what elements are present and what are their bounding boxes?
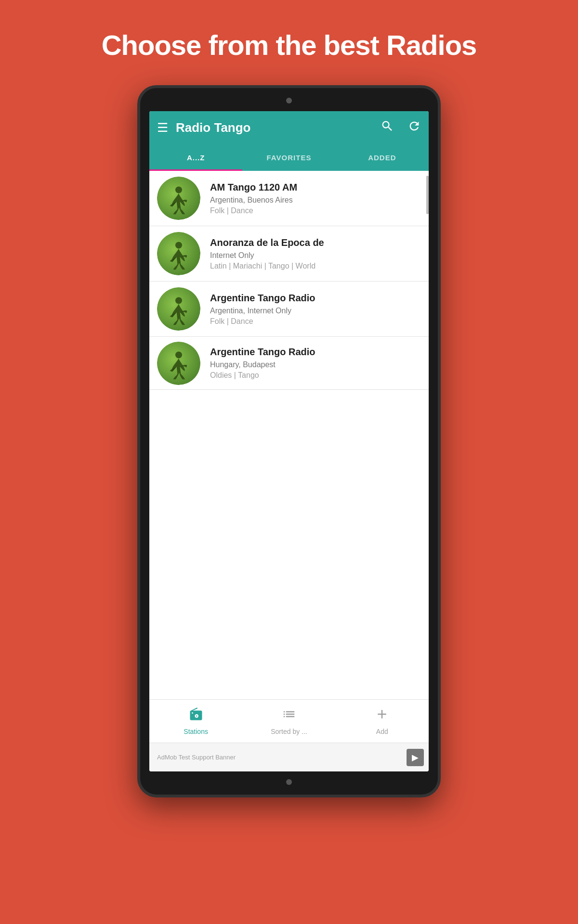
tab-added[interactable]: ADDED	[336, 144, 429, 171]
nav-item-add[interactable]: Add	[336, 707, 429, 735]
refresh-icon[interactable]	[407, 119, 421, 136]
avatar	[157, 177, 200, 220]
search-icon[interactable]	[381, 119, 394, 136]
nav-label-add: Add	[376, 728, 388, 735]
app-screen: ☰ Radio Tango A...Z FAVORITES ADD	[149, 111, 429, 771]
station-location: Hungary, Budapest	[210, 360, 421, 369]
list-item[interactable]: Argentine Tango Radio Argentina, Interne…	[149, 282, 429, 337]
station-name: Argentine Tango Radio	[210, 293, 421, 304]
tab-az[interactable]: A...Z	[149, 144, 242, 171]
station-location: Argentina, Internet Only	[210, 307, 421, 315]
add-icon	[375, 707, 389, 725]
station-genre: Folk | Dance	[210, 206, 421, 215]
nav-label-stations: Stations	[184, 728, 208, 735]
tabs-bar: A...Z FAVORITES ADDED	[149, 144, 429, 171]
page-title: Choose from the best Radios	[102, 29, 477, 61]
tab-favorites[interactable]: FAVORITES	[242, 144, 335, 171]
nav-item-sorted[interactable]: Sorted by ...	[242, 707, 335, 735]
station-genre: Folk | Dance	[210, 317, 421, 326]
tablet-frame: ☰ Radio Tango A...Z FAVORITES ADD	[137, 85, 441, 797]
list-item[interactable]: Anoranza de la Epoca de Internet Only La…	[149, 226, 429, 282]
station-info: Argentine Tango Radio Argentina, Interne…	[210, 293, 421, 326]
ad-text: AdMob Test Support Banner	[157, 754, 236, 761]
list-item[interactable]: AM Tango 1120 AM Argentina, Buenos Aires…	[149, 171, 429, 226]
ad-close-button[interactable]: ▶	[407, 749, 424, 766]
avatar	[157, 287, 200, 331]
bottom-nav: Stations Sorted by ... Add	[149, 699, 429, 743]
station-list: AM Tango 1120 AM Argentina, Buenos Aires…	[149, 171, 429, 390]
station-info: AM Tango 1120 AM Argentina, Buenos Aires…	[210, 182, 421, 215]
list-item[interactable]: Argentine Tango Radio Hungary, Budapest …	[149, 337, 429, 390]
hamburger-icon[interactable]: ☰	[157, 120, 168, 135]
ad-banner: AdMob Test Support Banner ▶	[149, 743, 429, 771]
radio-icon	[189, 707, 203, 725]
station-location: Internet Only	[210, 251, 421, 260]
nav-item-stations[interactable]: Stations	[149, 707, 242, 735]
station-info: Argentine Tango Radio Hungary, Budapest …	[210, 346, 421, 380]
app-bar: ☰ Radio Tango	[149, 111, 429, 144]
scrollbar[interactable]	[426, 176, 429, 214]
app-bar-title: Radio Tango	[176, 120, 367, 135]
station-info: Anoranza de la Epoca de Internet Only La…	[210, 237, 421, 270]
station-genre: Oldies | Tango	[210, 371, 421, 380]
station-name: Anoranza de la Epoca de	[210, 237, 421, 248]
avatar	[157, 232, 200, 275]
tablet-bottom-dot	[286, 779, 292, 785]
station-location: Argentina, Buenos Aires	[210, 196, 421, 205]
list-icon	[282, 707, 296, 725]
station-genre: Latin | Mariachi | Tango | World	[210, 262, 421, 270]
station-name: Argentine Tango Radio	[210, 346, 421, 358]
nav-label-sorted: Sorted by ...	[271, 728, 307, 735]
tablet-top-dot	[286, 98, 292, 103]
station-name: AM Tango 1120 AM	[210, 182, 421, 193]
avatar	[157, 342, 200, 385]
